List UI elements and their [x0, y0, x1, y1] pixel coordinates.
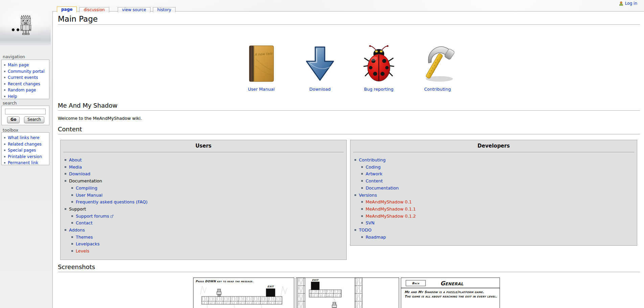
- list-item[interactable]: Compiling: [71, 185, 346, 192]
- quicklink-download-label[interactable]: Download: [309, 87, 331, 92]
- player-character: [332, 302, 337, 308]
- screenshots-row: Press DOWN key to read the message. EXIT: [193, 278, 640, 308]
- content-area: Main Page A new tale: [52, 11, 644, 308]
- sidebar-item-random-page[interactable]: Random page: [4, 87, 49, 93]
- list-item[interactable]: Themes: [71, 234, 346, 241]
- toolbox-item-printable-version[interactable]: Printable version: [4, 154, 49, 160]
- list-item[interactable]: Coding: [361, 164, 637, 171]
- quicklink-contributing-label[interactable]: Contributing: [424, 87, 451, 92]
- sidebar-item-recent-changes[interactable]: Recent changes: [4, 81, 49, 87]
- search-go-button[interactable]: Go: [7, 116, 20, 123]
- developers-table-header: Developers: [353, 140, 634, 152]
- search-portlet: Go Search: [1, 106, 49, 125]
- list-item[interactable]: Download: [65, 171, 346, 178]
- game-screenshot-3-help: Back General Me and My Shadow is a puzzl…: [401, 278, 500, 308]
- list-item[interactable]: Media: [65, 164, 346, 171]
- wiki-logo[interactable]: [0, 0, 51, 45]
- sidebar-item-help[interactable]: Help: [4, 93, 49, 100]
- list-item[interactable]: Versions: [354, 192, 637, 199]
- toolbox-item-related-changes[interactable]: Related changes: [4, 141, 49, 148]
- list-item[interactable]: MeAndMyShadow 0.1: [361, 199, 637, 206]
- list-item[interactable]: Contact: [71, 220, 346, 227]
- personal-bar: Log in: [619, 1, 637, 6]
- sidebar-item-community-portal[interactable]: Community portal: [4, 68, 49, 75]
- list-item: Support: [65, 206, 346, 213]
- game-screenshot-2: EXIT: [296, 278, 399, 308]
- list-item[interactable]: Support forums: [71, 213, 346, 220]
- list-item[interactable]: MeAndMyShadow 0.1.1: [361, 206, 637, 213]
- back-button-label: Back: [412, 282, 420, 285]
- search-portlet-title: search: [3, 101, 17, 106]
- users-table: Users About Media Download Documentation…: [60, 140, 347, 260]
- list-item[interactable]: Levelpacks: [71, 241, 346, 248]
- list-item[interactable]: TODO: [354, 227, 637, 234]
- page-title: Main Page: [58, 15, 640, 25]
- download-arrow-icon: [302, 45, 338, 83]
- tab-view-source[interactable]: view source: [118, 7, 151, 12]
- list-item[interactable]: User Manual: [71, 192, 346, 199]
- screenshot1-caption: Press DOWN key to read the message.: [196, 280, 254, 283]
- sidebar-item-current-events[interactable]: Current events: [4, 74, 49, 81]
- help-screen-title: General: [440, 280, 464, 287]
- tab-history[interactable]: history: [153, 7, 176, 12]
- list-item[interactable]: Addons: [65, 227, 346, 234]
- developers-table: Developers Contributing Coding Artwork C…: [350, 140, 637, 246]
- exit-block: [266, 289, 275, 296]
- toolbox-item-what-links-here[interactable]: What links here: [4, 135, 49, 141]
- search-search-button[interactable]: Search: [24, 116, 44, 123]
- toolbox-portlet: What links here Related changes Special …: [1, 132, 49, 165]
- player-character: [217, 289, 221, 296]
- toolbox-portlet-title: toolbox: [3, 128, 18, 133]
- users-table-header: Users: [63, 140, 344, 152]
- user-icon: [619, 1, 623, 6]
- quicklink-bug-reporting[interactable]: Bug reporting: [349, 43, 408, 92]
- login-link[interactable]: Log in: [625, 1, 637, 6]
- sidebar-item-main-page[interactable]: Main page: [4, 62, 49, 68]
- exit-label: EXIT: [268, 285, 275, 288]
- pixel-robot-logo-icon: [12, 14, 33, 35]
- exit-label: EXIT: [312, 279, 319, 282]
- quicklink-bug-reporting-label[interactable]: Bug reporting: [364, 87, 393, 92]
- section-heading-content: Content: [58, 126, 640, 134]
- navigation-portlet-title: navigation: [3, 54, 25, 59]
- navigation-portlet: Main page Community portal Current event…: [1, 60, 49, 99]
- search-input[interactable]: [5, 109, 46, 114]
- sidebar: navigation Main page Community portal Cu…: [0, 0, 52, 308]
- toolbox-item-permanent-link[interactable]: Permanent link: [4, 160, 49, 166]
- content-tables: Users About Media Download Documentation…: [60, 140, 640, 260]
- welcome-text: Welcome to the MeAndMyShadow wiki.: [58, 115, 640, 122]
- hammer-icon: [420, 45, 455, 83]
- section-heading-me-and-my-shadow: Me And My Shadow: [58, 102, 640, 111]
- list-item: Documentation: [65, 178, 346, 185]
- book-icon: A new tale: [248, 45, 275, 83]
- page-tabs: page discussion view source history: [57, 6, 178, 12]
- list-item[interactable]: Content: [361, 178, 637, 185]
- quicklinks-row: A new tale User Manual: [232, 43, 467, 92]
- quicklink-download[interactable]: Download: [291, 43, 349, 92]
- list-item[interactable]: Frequently asked questions (FAQ): [71, 199, 346, 206]
- tab-discussion[interactable]: discussion: [79, 7, 109, 12]
- list-item[interactable]: About: [65, 157, 346, 164]
- quicklink-contributing[interactable]: Contributing: [408, 43, 467, 92]
- list-item[interactable]: Documentation: [361, 185, 637, 192]
- list-item[interactable]: Roadmap: [361, 234, 637, 241]
- list-item[interactable]: Levels: [71, 248, 346, 255]
- list-item[interactable]: Artwork: [361, 171, 637, 178]
- help-text-line1: Me and My Shadow is a puzzle/platform ga…: [405, 290, 484, 294]
- tab-page[interactable]: page: [57, 6, 77, 12]
- help-text-line2: The game is all about reaching the exit …: [405, 294, 497, 298]
- list-item[interactable]: MeAndMyShadow 0.1.2: [361, 213, 637, 220]
- list-item[interactable]: Contributing: [354, 157, 637, 164]
- exit-block: [311, 282, 319, 290]
- quicklink-user-manual-label[interactable]: User Manual: [248, 87, 275, 92]
- ladybug-icon: [363, 45, 394, 83]
- toolbox-item-special-pages[interactable]: Special pages: [4, 147, 49, 154]
- section-heading-screenshots: Screenshots: [58, 264, 640, 272]
- external-link-icon: [110, 215, 114, 218]
- list-item[interactable]: SVN: [361, 220, 637, 227]
- quicklink-user-manual[interactable]: A new tale User Manual: [232, 43, 291, 92]
- game-screenshot-1: Press DOWN key to read the message. EXIT: [193, 278, 294, 308]
